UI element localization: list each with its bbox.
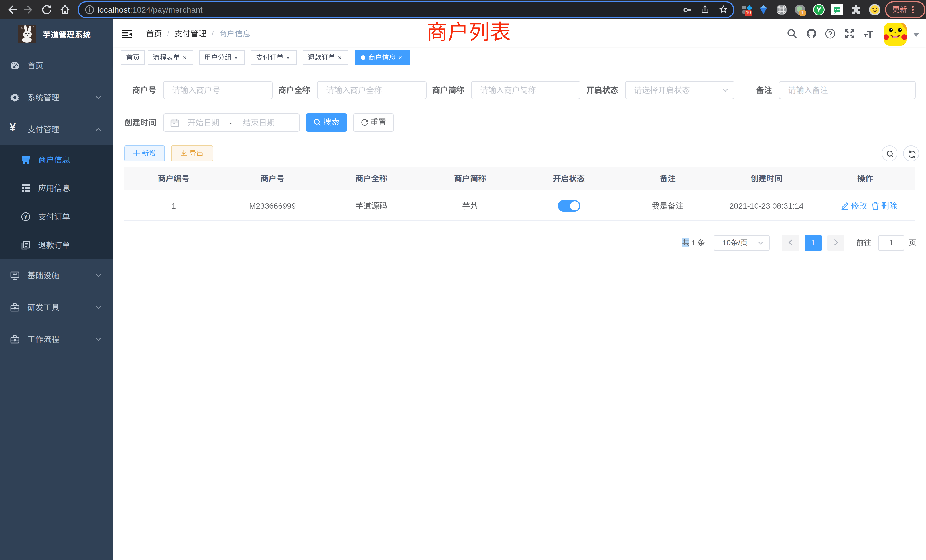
svg-text:¥: ¥: [24, 214, 27, 220]
